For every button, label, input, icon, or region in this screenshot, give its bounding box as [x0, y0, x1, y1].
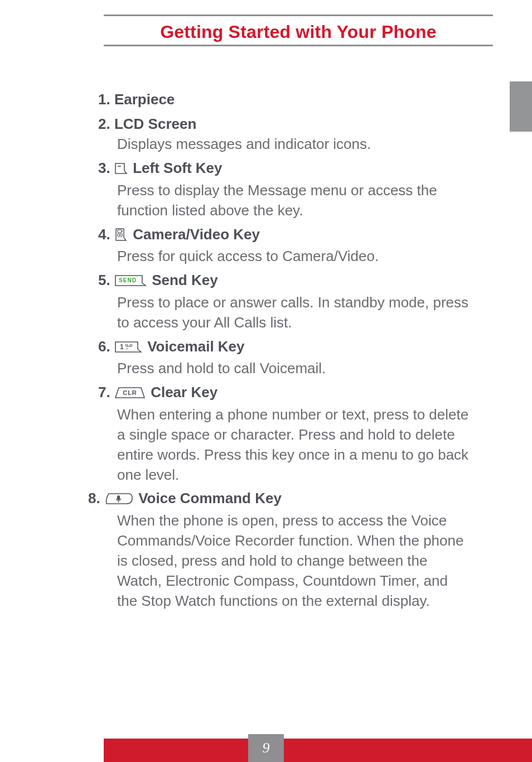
item-description: When the phone is open, press to access …	[117, 511, 471, 611]
send-key-icon: SEND	[114, 272, 147, 293]
section-header: Getting Started with Your Phone	[104, 15, 493, 46]
item-title: Voicemail Key	[147, 338, 244, 355]
item-number: 8.	[88, 490, 100, 507]
item-title: LCD Screen	[114, 115, 196, 132]
list-item: 7. CLR Clear Key When entering a phone n…	[98, 382, 471, 485]
item-description: Press for quick access to Camera/Video.	[117, 247, 471, 267]
item-description: Displays messages and indicator icons.	[117, 134, 471, 155]
left-soft-key-icon	[114, 160, 128, 181]
item-number: 3.	[98, 160, 110, 176]
header-rule	[104, 15, 493, 16]
item-number: 4.	[98, 226, 110, 243]
svg-point-4	[119, 234, 120, 235]
item-description: When entering a phone number or text, pr…	[117, 405, 471, 485]
svg-point-7	[125, 344, 128, 346]
page-number-badge: 9	[248, 734, 284, 762]
item-number: 7.	[98, 384, 110, 401]
page-title: Getting Started with Your Phone	[104, 17, 493, 45]
item-number: 2.	[98, 115, 110, 132]
list-item: 4. Camera/Video Key Press for quick acce…	[98, 224, 471, 267]
item-title: Earpiece	[114, 91, 175, 108]
feature-list: 1. Earpiece 2. LCD Screen Displays messa…	[98, 89, 471, 615]
header-rule	[104, 45, 493, 46]
item-description: Press and hold to call Voicemail.	[117, 359, 471, 379]
svg-text:.,!?: .,!?	[124, 348, 128, 351]
voice-command-key-icon	[104, 490, 133, 511]
list-item: 6. 1 .,!? Voicemail Key Press and hold t…	[98, 336, 471, 379]
list-item: 1. Earpiece	[98, 89, 471, 110]
list-item: 8. Voice Command Key When the phone is o…	[88, 488, 471, 611]
item-title: Left Soft Key	[133, 160, 222, 176]
svg-text:SEND: SEND	[119, 277, 137, 283]
item-title: Camera/Video Key	[133, 226, 260, 243]
svg-point-8	[130, 344, 132, 346]
footer-bar	[104, 739, 532, 762]
clear-key-icon: CLR	[114, 384, 146, 405]
item-title: Clear Key	[151, 384, 217, 401]
item-title: Send Key	[152, 272, 218, 288]
item-description: Press to display the Message menu or acc…	[117, 181, 471, 221]
svg-point-2	[122, 230, 123, 232]
chapter-tab	[510, 81, 532, 132]
item-description: Press to place or answer calls. In stand…	[117, 293, 471, 333]
svg-text:1: 1	[120, 343, 124, 351]
item-number: 6.	[98, 338, 110, 355]
svg-text:CLR: CLR	[123, 389, 137, 396]
camera-video-key-icon	[114, 226, 128, 247]
list-item: 5. SEND Send Key Press to place or answe…	[98, 270, 471, 332]
page-number: 9	[263, 740, 270, 756]
svg-rect-1	[118, 230, 122, 233]
voicemail-key-icon: 1 .,!?	[114, 338, 142, 359]
item-number: 5.	[98, 272, 110, 288]
list-item: 2. LCD Screen Displays messages and indi…	[98, 114, 471, 155]
list-item: 3. Left Soft Key Press to display the Me…	[98, 158, 471, 220]
page-footer: 9	[0, 739, 532, 762]
svg-rect-12	[117, 495, 120, 500]
item-title: Voice Command Key	[138, 490, 282, 507]
item-number: 1.	[98, 91, 110, 108]
